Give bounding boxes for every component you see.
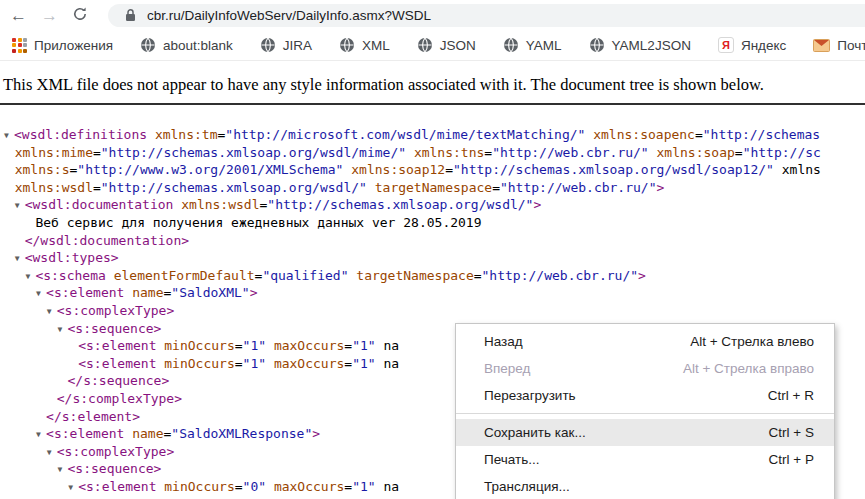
menu-item-label: Назад (484, 334, 523, 349)
xml-code: xmlns:mime="http://schemas.xmlsoap.org/w… (15, 145, 821, 160)
reload-icon (72, 6, 88, 22)
menu-item-shortcut: Ctrl + P (769, 452, 814, 467)
globe-icon (140, 37, 156, 53)
xml-line: xmlns:wsdl="http://schemas.xmlsoap.org/w… (0, 179, 865, 197)
url-text: cbr.ru/DailyInfoWebServ/DailyInfo.asmx?W… (147, 8, 431, 23)
menu-item-label: Сохранить как... (484, 425, 586, 440)
xml-code: <s:sequence> (68, 461, 162, 476)
collapse-arrow-icon[interactable]: ▼ (15, 250, 25, 268)
collapse-arrow-icon[interactable]: ▼ (36, 285, 46, 303)
xml-code: <s:element name="SaldoXMLResponse"> (46, 426, 320, 441)
menu-item-label: Перезагрузить (484, 388, 576, 403)
xml-code: <s:sequence> (68, 321, 162, 336)
xml-code: <s:element minOccurs="1" maxOccurs="1" n… (78, 338, 399, 353)
collapse-arrow-icon[interactable]: ▼ (47, 444, 57, 462)
xml-code: <s:complexType> (57, 303, 174, 318)
xml-line: ▼<wsdl:types> (0, 249, 865, 267)
xml-code: xmlns:wsdl="http://schemas.xmlsoap.org/w… (15, 180, 665, 195)
bookmarks-bar: Приложения about:blankJIRAXMLJSONYAMLYAM… (0, 30, 865, 61)
xml-line: </wsdl:documentation> (0, 232, 865, 250)
collapse-arrow-icon[interactable]: ▼ (25, 268, 35, 286)
globe-icon (589, 37, 605, 53)
globe-icon (260, 37, 276, 53)
collapse-arrow-icon[interactable]: ▼ (68, 479, 78, 497)
apps-shortcut[interactable]: Приложения (12, 38, 113, 53)
address-bar[interactable]: cbr.ru/DailyInfoWebServ/DailyInfo.asmx?W… (108, 4, 865, 27)
globe-icon (339, 37, 355, 53)
bookmark-json[interactable]: JSON (417, 37, 476, 53)
collapse-arrow-icon[interactable]: ▼ (58, 461, 68, 479)
bookmark-label: Почта (837, 38, 865, 53)
bookmark-yaml[interactable]: YAML (503, 37, 562, 53)
bookmark-about-blank[interactable]: about:blank (140, 37, 233, 53)
xml-line: xmlns:s="http://www.w3.org/2001/XMLSchem… (0, 161, 865, 179)
browser-window: ← → cbr.ru/DailyInfoWebServ/DailyInfo.as… (0, 0, 865, 495)
xml-code: <s:element minOccurs="1" maxOccurs="1" n… (78, 356, 399, 371)
back-button[interactable]: ← (10, 7, 27, 24)
bookmark-label: JSON (440, 38, 476, 53)
xml-line: ▼<s:schema elementFormDefault="qualified… (0, 267, 865, 285)
collapse-arrow-icon[interactable]: ▼ (58, 321, 68, 339)
yandex-icon: Я (718, 37, 734, 53)
bookmark-mail[interactable]: Почта (813, 38, 865, 53)
bookmark-label: YAML2JSON (612, 38, 691, 53)
xml-line: xmlns:mime="http://schemas.xmlsoap.org/w… (0, 144, 865, 162)
menu-item-reload[interactable]: ПерезагрузитьCtrl + R (456, 382, 834, 409)
bookmark-label: JIRA (283, 38, 312, 53)
menu-separator (456, 413, 834, 414)
bookmark-yaml2json[interactable]: YAML2JSON (589, 37, 691, 53)
collapse-arrow-icon[interactable]: ▼ (47, 303, 57, 321)
bookmark-label: YAML (526, 38, 562, 53)
menu-item-shortcut: Alt + Стрелка вправо (683, 361, 814, 376)
bookmarks-list: about:blankJIRAXMLJSONYAMLYAML2JSONЯЯнде… (140, 37, 865, 53)
menu-item-forward[interactable]: ВпередAlt + Стрелка вправо (456, 355, 834, 382)
xml-code: </s:element> (46, 409, 140, 424)
xml-line: ▼<wsdl:definitions xmlns:tm="http://micr… (0, 126, 865, 144)
forward-button[interactable]: → (41, 7, 58, 24)
xml-line: ▼<s:complexType> (0, 302, 865, 320)
menu-item-shortcut: Alt + Стрелка влево (690, 334, 814, 349)
xml-line: ▼<s:element name="SaldoXML"> (0, 284, 865, 302)
bookmark-jira[interactable]: JIRA (260, 37, 312, 53)
globe-icon (417, 37, 433, 53)
xml-style-notice: This XML file does not appear to have an… (0, 61, 865, 105)
menu-item-back[interactable]: НазадAlt + Стрелка влево (456, 328, 834, 355)
bookmark-xml[interactable]: XML (339, 37, 390, 53)
menu-item-label: Вперед (484, 361, 530, 376)
mail-icon (813, 39, 830, 52)
menu-item-shortcut: Ctrl + R (768, 388, 814, 403)
menu-item-cast[interactable]: Трансляция... (456, 473, 834, 499)
apps-grid-icon (12, 38, 27, 53)
xml-code: Веб сервис для получения ежедневных данн… (35, 215, 481, 230)
bookmark-yandex[interactable]: ЯЯндекс (718, 37, 786, 53)
xml-line: ▼<wsdl:documentation xmlns:wsdl="http://… (0, 196, 865, 214)
lock-icon (125, 8, 136, 22)
menu-item-label: Трансляция... (484, 479, 570, 494)
xml-code: <s:complexType> (57, 444, 174, 459)
browser-toolbar: ← → cbr.ru/DailyInfoWebServ/DailyInfo.as… (0, 0, 865, 30)
bookmark-label: XML (362, 38, 390, 53)
xml-code: <wsdl:types> (25, 250, 119, 265)
menu-item-save-as[interactable]: Сохранить как...Ctrl + S (456, 419, 834, 446)
xml-code: <s:schema elementFormDefault="qualified"… (35, 268, 646, 283)
collapse-arrow-icon[interactable]: ▼ (4, 127, 14, 145)
menu-item-print[interactable]: Печать...Ctrl + P (456, 446, 834, 473)
xml-code: </s:sequence> (68, 373, 170, 388)
xml-code: <s:element minOccurs="0" maxOccurs="1" n… (78, 479, 399, 494)
xml-line: Веб сервис для получения ежедневных данн… (0, 214, 865, 232)
xml-code: <wsdl:definitions xmlns:tm="http://micro… (14, 127, 820, 142)
reload-button[interactable] (72, 6, 88, 25)
apps-label: Приложения (34, 38, 113, 53)
xml-code: <wsdl:documentation xmlns:wsdl="http://s… (25, 197, 542, 212)
xml-code: </wsdl:documentation> (25, 233, 189, 248)
xml-code: <s:element name="SaldoXML"> (46, 285, 257, 300)
collapse-arrow-icon[interactable]: ▼ (36, 426, 46, 444)
bookmark-label: Яндекс (741, 38, 786, 53)
bookmark-label: about:blank (163, 38, 233, 53)
xml-code: </s:complexType> (57, 391, 182, 406)
menu-item-label: Печать... (484, 452, 539, 467)
menu-item-shortcut: Ctrl + S (769, 425, 814, 440)
collapse-arrow-icon[interactable]: ▼ (15, 197, 25, 215)
globe-icon (503, 37, 519, 53)
xml-code: xmlns:s="http://www.w3.org/2001/XMLSchem… (15, 162, 821, 177)
